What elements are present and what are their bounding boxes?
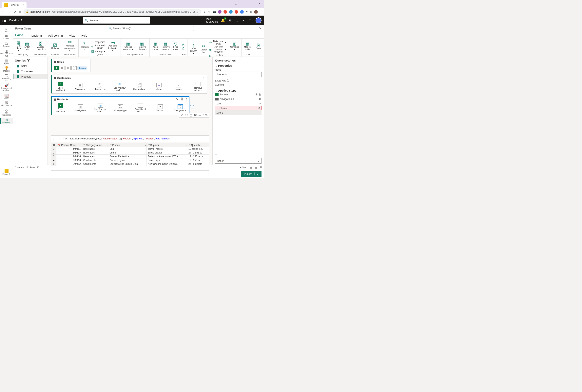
zoom-out-icon[interactable]: —	[199, 114, 201, 117]
ext-icon[interactable]	[223, 10, 227, 14]
keep-rows-button[interactable]: ▦Keep rows ▾	[151, 42, 160, 51]
grid-view-icon[interactable]: ▦	[255, 166, 257, 169]
tab-help[interactable]: Help	[81, 33, 88, 38]
nav-deployment[interactable]: 🚀Deployment pipelines	[0, 84, 13, 92]
tab-view[interactable]: View	[68, 33, 76, 38]
export-button[interactable]: ⎘Expo	[254, 44, 262, 50]
properties-header[interactable]: ⌄Properties	[215, 64, 261, 67]
chevron-down-icon[interactable]: ⌄	[56, 137, 58, 140]
diagram-query-customers[interactable]: ▦Customers⋮ XExcel workbook ▦Navigation …	[51, 75, 207, 94]
select-all[interactable]: ▦	[51, 144, 56, 147]
view-step-button[interactable]: ▸ Step	[240, 166, 247, 169]
data-destination-dropdown[interactable]: ination⌄	[215, 158, 261, 164]
pq-search[interactable]: 🔍 Search (Alt + Q)	[107, 26, 194, 31]
extensions-icon[interactable]: ✦	[246, 10, 248, 14]
enter-data-button[interactable]: ▤Enter data	[23, 42, 31, 51]
nav-learn[interactable]: 📖Learn	[0, 93, 13, 100]
notifications-icon[interactable]: 🔔5	[221, 18, 225, 22]
applied-step[interactable]: … column⚙	[215, 106, 261, 110]
ext-icon[interactable]	[229, 10, 233, 14]
manage-parameters-button[interactable]: ☷Manage parameters ▾	[63, 41, 77, 52]
options-button[interactable]: ☑Options	[50, 44, 60, 50]
applied-step[interactable]: Source⚙ 🗑	[215, 92, 261, 97]
table-row[interactable]: 31/1/106BeveragesGuaran FantasticaRefres…	[51, 155, 209, 158]
nav-onelake[interactable]: ◫OneLake data hub	[0, 49, 13, 58]
formula-bar[interactable]: ⌄ ⌄ ✕ ✓ fx Table.TransformColumnTypes(#"…	[51, 136, 209, 142]
dataflow-name[interactable]: Dataflow 2	[9, 19, 22, 22]
browser-tab[interactable]: Power BI ×	[2, 2, 27, 8]
info-icon[interactable]: ⓘ	[227, 79, 229, 82]
applied-steps-header[interactable]: ⌄Applied steps	[215, 89, 261, 92]
star-icon[interactable]: ☆	[208, 10, 210, 13]
diagram-view-icon[interactable]: ▦	[250, 166, 252, 169]
collapse-icon[interactable]: ⤡	[176, 98, 178, 101]
diagram-query-products[interactable]: ▦Products ⤡ 🗄 ⋮ XExcel workbook ▦Navigat…	[51, 96, 189, 115]
query-name-input[interactable]	[215, 72, 261, 77]
close-tab-icon[interactable]: ×	[23, 3, 25, 6]
nav-my-workspace[interactable]: ◇My workspace	[0, 108, 13, 117]
nav-apps[interactable]: ▦Apps	[0, 59, 13, 65]
applied-step[interactable]: …pe 1	[215, 110, 261, 115]
nav-workspaces[interactable]: ▧Workspaces	[0, 101, 13, 107]
home-icon[interactable]: ⌂	[19, 10, 21, 14]
ext-icon[interactable]	[218, 10, 221, 14]
tab-transform[interactable]: Transform	[29, 33, 43, 38]
step[interactable]: ABC123Change type	[93, 83, 107, 90]
column-header[interactable]: ᴬᴮ Quantity…	[187, 144, 209, 147]
back-icon[interactable]: ←	[2, 10, 5, 14]
user-avatar[interactable]	[255, 18, 261, 23]
step[interactable]: ⫿Remove columns	[191, 82, 205, 91]
step[interactable]: XExcel workbook	[54, 103, 68, 113]
filter-rows-button[interactable]: ▽Filter rows	[172, 42, 179, 51]
manage-connections-button[interactable]: 🗄Manage connections	[34, 42, 48, 51]
ext-icon[interactable]	[240, 10, 244, 14]
data-type-button[interactable]: ᵃᵇᶜData type: Date ▾	[209, 40, 226, 45]
url-field[interactable]: 🔒 app.powerbi.com /workloads/dataflows/e…	[23, 9, 201, 15]
close-window-icon[interactable]: ✕	[258, 2, 261, 6]
datastore-icon[interactable]: 🗄	[180, 98, 183, 101]
step[interactable]: ▦Use first row as h…	[113, 82, 126, 91]
minimize-icon[interactable]: —	[243, 2, 245, 6]
table-row[interactable]: 11/1/101BeveragesChaiTokyo Traders10 box…	[51, 147, 209, 151]
download-icon[interactable]: ⭳	[235, 18, 239, 22]
table-row[interactable]: 21/1/105BeveragesChangExotic Liquids24 -…	[51, 151, 209, 155]
first-row-headers-button[interactable]: ▦Use first row as headers ▾	[209, 46, 226, 54]
expand-pane-icon[interactable]: ›	[260, 59, 261, 62]
choose-columns-button[interactable]: ▦Choose columns ▾	[122, 42, 135, 51]
chevron-down-icon[interactable]: ⌄	[53, 137, 55, 140]
add-step-icon[interactable]: +	[215, 153, 217, 157]
combine-button[interactable]: ⊞Combine ▾	[229, 42, 240, 51]
ext-icon[interactable]	[235, 10, 238, 14]
gear-icon[interactable]: ⚙	[258, 106, 260, 110]
sort-asc-icon[interactable]: A↓	[182, 43, 186, 46]
data-grid[interactable]: ▦ 📅 Product Code▾ ᴬᴮ CategoryName▾ ᴬᴮ Pr…	[51, 143, 209, 171]
more-icon[interactable]: ⋮	[202, 76, 205, 80]
accept-icon[interactable]: ✓	[62, 137, 64, 140]
steps-count-pill[interactable]: 4 steps	[77, 66, 87, 70]
column-header[interactable]: 📅 Product Code▾	[56, 144, 82, 147]
sort-desc-icon[interactable]: Z↓	[182, 47, 186, 50]
help-icon[interactable]: ?	[243, 18, 244, 22]
get-data-button[interactable]: ▦Get data ▾	[15, 41, 23, 52]
more-icon[interactable]: ⋮	[185, 98, 188, 101]
kebab-menu-icon[interactable]: ⋮	[260, 10, 262, 14]
manage-button[interactable]: ▦Manage ▾	[91, 50, 106, 53]
chevron-down-icon[interactable]: ⌄	[235, 2, 237, 6]
nav-home[interactable]: ⌂Home	[0, 27, 13, 33]
share-icon[interactable]: ⇪	[203, 10, 206, 13]
ext-icon[interactable]: 📷	[213, 10, 216, 14]
tab-add-column[interactable]: Add column	[47, 33, 64, 38]
maximize-icon[interactable]: ▢	[251, 2, 253, 6]
table-row[interactable]: 42/1/113CondimentsAniseed SyrupExotic Li…	[51, 158, 209, 162]
remove-columns-button[interactable]: ▦Remove columns ▾	[135, 42, 148, 51]
step[interactable]: ⇄Conditional colu…	[133, 103, 147, 113]
table-row[interactable]: 52/1/112CondimentsLouisiana Hot Spiced O…	[51, 162, 209, 166]
gear-icon[interactable]: ⚙	[259, 102, 261, 105]
step[interactable]: ABC123Change type	[113, 104, 128, 112]
reload-icon[interactable]: ⟳	[14, 10, 16, 14]
query-item-customers[interactable]: Customers	[13, 69, 48, 74]
map-icon[interactable]: 🗺	[194, 114, 197, 117]
query-item-products[interactable]: Products	[13, 74, 48, 79]
advanced-editor-button[interactable]: ✎Advanced editor	[91, 44, 106, 50]
applied-step[interactable]: …pe⚙	[215, 101, 261, 106]
